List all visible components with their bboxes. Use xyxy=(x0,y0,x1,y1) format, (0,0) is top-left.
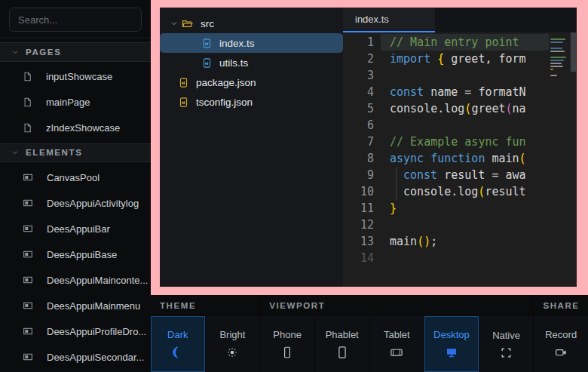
scrollbar-handle[interactable] xyxy=(571,32,576,72)
code-token: () xyxy=(417,235,430,248)
pages-list: inputShowcase mainPage zIndexShowcase xyxy=(0,62,151,143)
theme-dark-button[interactable]: Dark xyxy=(151,316,205,372)
button-label: Record xyxy=(545,329,577,340)
code-line: 1 // Main entry point xyxy=(343,34,549,51)
sidebar-item-label: DeesAppuiBar xyxy=(47,223,110,235)
section-header-elements[interactable]: ELEMENTS xyxy=(0,143,151,162)
sidebar-item-deesappuisecondarymenu[interactable]: DeesAppuiSecondar... xyxy=(0,344,151,370)
tablet-icon xyxy=(390,346,403,359)
file-tree: src index.ts utils.ts xyxy=(160,8,343,287)
sidebar-item-label: DeesAppuiMainmenu xyxy=(47,300,140,312)
editor-tab-bar: index.ts xyxy=(343,8,577,32)
code-token: na xyxy=(513,102,526,115)
theme-bright-button[interactable]: Bright xyxy=(206,316,260,372)
chevron-down-icon xyxy=(11,48,19,56)
sidebar-item-deesappuiactivitylog[interactable]: DeesAppuiActivitylog xyxy=(0,190,151,216)
code-area[interactable]: 1 // Main entry point 2 import { greet, … xyxy=(343,32,577,287)
viewport-native-button[interactable]: Native xyxy=(479,316,534,372)
sidebar-item-label: DeesAppuiProfileDro... xyxy=(47,326,146,337)
code-line: 13 main(); xyxy=(343,233,549,250)
code-line: 8 async function main( xyxy=(343,150,549,167)
line-number: 4 xyxy=(343,84,381,100)
document-icon xyxy=(22,71,33,82)
typescript-file-icon xyxy=(201,38,213,49)
code-token: greet, form xyxy=(444,52,525,66)
code-token: name = formatN xyxy=(430,85,525,99)
button-label: Bright xyxy=(219,329,245,340)
code-token: ( xyxy=(506,102,513,115)
button-label: Dark xyxy=(167,329,188,340)
tree-row-tsconfig-json[interactable]: tsconfig.json xyxy=(160,92,343,112)
sidebar-item-deesappuimaincontent[interactable]: DeesAppuiMainconte... xyxy=(0,267,151,293)
line-number: 8 xyxy=(343,150,381,167)
code-line: 5 console.log(greet(na xyxy=(343,100,549,117)
code-token: console.log xyxy=(403,185,478,198)
moon-icon xyxy=(171,346,185,359)
sidebar-item-deesappuibase[interactable]: DeesAppuiBase xyxy=(0,241,151,267)
sidebar-item-deesappuibar[interactable]: DeesAppuiBar xyxy=(0,216,151,241)
sidebar-item-inputshowcase[interactable]: inputShowcase xyxy=(0,64,151,90)
share-record-button[interactable]: Record xyxy=(534,316,588,372)
line-number: 5 xyxy=(343,100,381,117)
sidebar-item-label: CanvasPool xyxy=(47,172,100,183)
line-number: 10 xyxy=(343,183,381,200)
code-token: ( xyxy=(519,152,526,165)
tree-row-utils-ts[interactable]: utils.ts xyxy=(160,53,343,72)
viewport-tablet-button[interactable]: Tablet xyxy=(370,316,424,372)
code-token: async function xyxy=(390,152,492,165)
code-token: console.log xyxy=(390,102,464,115)
sidebar-item-deesappuimainmenu[interactable]: DeesAppuiMainmenu xyxy=(0,293,151,318)
tree-row-src[interactable]: src xyxy=(160,14,343,33)
tab-label: index.ts xyxy=(355,14,389,25)
code-line: 4 const name = formatN xyxy=(343,84,549,100)
tree-row-index-ts[interactable]: index.ts xyxy=(160,33,343,53)
section-label: PAGES xyxy=(26,48,61,57)
code-line: 12 xyxy=(343,217,549,233)
scrollbar[interactable] xyxy=(570,32,577,287)
elements-list: CanvasPool DeesAppuiActivitylog DeesAppu… xyxy=(0,162,151,372)
phablet-icon xyxy=(335,346,349,359)
sun-icon xyxy=(225,346,239,359)
viewport-desktop-button[interactable]: Desktop xyxy=(424,316,479,372)
line-number: 9 xyxy=(343,167,381,183)
tree-row-label: src xyxy=(201,18,214,29)
code-token: main xyxy=(390,235,417,248)
line-number: 2 xyxy=(343,51,381,67)
section-header-pages[interactable]: PAGES xyxy=(0,42,151,61)
sidebar-item-label: inputShowcase xyxy=(46,71,112,82)
code-lines: 1 // Main entry point 2 import { greet, … xyxy=(343,32,549,287)
viewport-phablet-button[interactable]: Phablet xyxy=(315,316,369,372)
minimap[interactable] xyxy=(549,32,570,287)
app-window: PAGES inputShowcase mainPage zIndexShowc… xyxy=(0,0,588,372)
toolbar-group-label-share: SHARE xyxy=(534,295,588,315)
chevron-down-icon xyxy=(11,149,19,156)
indent-guide xyxy=(396,183,403,200)
button-label: Desktop xyxy=(433,329,470,340)
code-token: const xyxy=(403,168,444,182)
sidebar-item-zindexshowcase[interactable]: zIndexShowcase xyxy=(0,115,151,141)
sidebar-item-canvaspool[interactable]: CanvasPool xyxy=(0,164,151,190)
code-line: 3 xyxy=(343,67,549,84)
button-label: Native xyxy=(492,330,520,341)
json-file-icon xyxy=(178,97,189,108)
sidebar-item-label: zIndexShowcase xyxy=(46,122,120,134)
sidebar: PAGES inputShowcase mainPage zIndexShowc… xyxy=(0,0,151,372)
tree-row-label: utils.ts xyxy=(219,57,248,69)
line-number: 14 xyxy=(343,250,381,266)
line-number: 3 xyxy=(343,67,381,84)
line-number: 13 xyxy=(343,233,381,250)
line-number: 12 xyxy=(343,217,381,233)
tab-index-ts[interactable]: index.ts xyxy=(343,8,435,32)
button-label: Tablet xyxy=(384,329,410,340)
document-icon xyxy=(22,122,33,134)
search-input[interactable] xyxy=(9,8,142,32)
sidebar-item-mainpage[interactable]: mainPage xyxy=(0,90,151,115)
main-area: src index.ts utils.ts xyxy=(151,0,588,372)
component-icon xyxy=(22,351,34,363)
code-line: 7 // Example async fun xyxy=(343,134,549,150)
document-icon xyxy=(22,97,33,108)
indent-guide xyxy=(396,167,403,183)
viewport-phone-button[interactable]: Phone xyxy=(260,316,314,372)
sidebar-item-deesappuiprofiledropdown[interactable]: DeesAppuiProfileDro... xyxy=(0,318,151,344)
tree-row-package-json[interactable]: package.json xyxy=(160,72,343,92)
